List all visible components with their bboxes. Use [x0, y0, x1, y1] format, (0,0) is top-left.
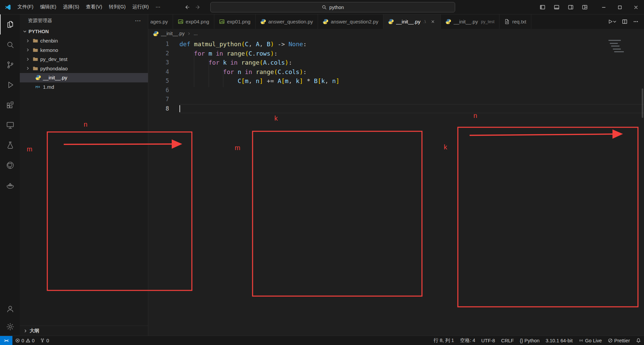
activity-github[interactable]: [0, 155, 20, 175]
code-line-3[interactable]: for k in range(A.cols):: [179, 58, 644, 67]
broadcast-icon: [579, 338, 584, 343]
code-line-1[interactable]: def matmul_python(C, A, B) -> None:: [179, 40, 644, 49]
line-number-6[interactable]: 6: [148, 86, 169, 95]
activity-source-control[interactable]: [0, 55, 20, 75]
remote-indicator[interactable]: ><: [0, 336, 12, 345]
line-number-2[interactable]: 2: [148, 49, 169, 58]
customize-layout-icon[interactable]: [579, 2, 590, 12]
tab-init-py-6[interactable]: __init__.pypy_test: [441, 14, 499, 29]
activity-run-debug[interactable]: [0, 75, 20, 95]
split-editor-icon[interactable]: [622, 19, 628, 24]
line-number-3[interactable]: 3: [148, 58, 169, 67]
toggle-panel-icon[interactable]: [551, 2, 562, 12]
python-icon: [260, 19, 266, 24]
status-8-1[interactable]: 行 8, 列 1: [430, 336, 457, 345]
menu-f[interactable]: 文件(F): [14, 2, 37, 12]
editor-actions: [602, 14, 644, 29]
tree-item-pythondalao[interactable]: pythondalao: [20, 64, 148, 73]
breadcrumb-symbol[interactable]: ...: [194, 31, 198, 36]
ports-count: 0: [46, 338, 49, 343]
code-line-7[interactable]: [179, 95, 644, 104]
breadcrumb-file[interactable]: __init__.py: [161, 31, 184, 36]
explorer-more-actions-icon[interactable]: ⋯: [133, 17, 143, 24]
code-content[interactable]: def matmul_python(C, A, B) -> None: for …: [179, 40, 644, 113]
vscode-window: 文件(F)编辑(E)选择(S)查看(V)转到(G)运行(R)⋯ python 资…: [0, 0, 644, 345]
line-number-7[interactable]: 7: [148, 95, 169, 104]
code-line-8[interactable]: [179, 104, 644, 114]
tree-item-py-dev-test[interactable]: py_dev_test: [20, 55, 148, 64]
code-line-6[interactable]: [179, 86, 644, 95]
tab-exp04-png-1[interactable]: exp04.png: [173, 14, 214, 29]
forwarded-ports[interactable]: 0: [37, 336, 52, 345]
tree-item-1-md[interactable]: 1.md: [20, 82, 148, 92]
activity-settings[interactable]: [0, 318, 20, 336]
command-center-search[interactable]: python: [210, 2, 455, 12]
status-4[interactable]: 空格: 4: [457, 336, 478, 345]
code-line-4[interactable]: for n in range(C.cols):: [179, 67, 644, 77]
status-utf-8[interactable]: UTF-8: [478, 336, 498, 345]
menu-r[interactable]: 运行(R): [129, 2, 152, 12]
status-bell[interactable]: [633, 336, 644, 345]
menu-e[interactable]: 编辑(E): [37, 2, 60, 12]
tab-ages-py-0[interactable]: ages.py: [148, 14, 173, 29]
line-number-5[interactable]: 5: [148, 76, 169, 86]
run-python-file-icon[interactable]: [608, 19, 616, 24]
toggle-secondary-sidebar-icon[interactable]: [565, 2, 576, 12]
more-actions-icon[interactable]: [633, 19, 639, 24]
activity-explorer[interactable]: [0, 14, 20, 34]
tab-label: __init__.py: [453, 19, 478, 24]
text-cursor: [179, 105, 180, 112]
tree-item-label: 1.md: [43, 84, 54, 90]
search-icon: [6, 40, 15, 49]
activity-extensions[interactable]: [0, 95, 20, 115]
code-editor[interactable]: 12345678 def matmul_python(C, A, B) -> N…: [148, 38, 644, 336]
outline-section-header[interactable]: 大纲: [20, 326, 148, 336]
tab-exp01-png-2[interactable]: exp01.png: [214, 14, 256, 29]
activity-search[interactable]: [0, 34, 20, 55]
tree-item-kemono[interactable]: kemono: [20, 46, 148, 55]
python-icon: [445, 19, 451, 24]
line-number-1[interactable]: 1: [148, 40, 169, 49]
toggle-sidebar-icon[interactable]: [537, 2, 548, 12]
status-bar: >< 0 0 0 行 8, 列 1空格: 4UTF-8CRLF{} Python…: [0, 336, 644, 345]
back-arrow-button[interactable]: [184, 4, 190, 10]
status-go-live[interactable]: Go Live: [576, 336, 605, 345]
workspace-section-header[interactable]: PYTHON: [20, 27, 148, 36]
window-controls: [596, 0, 644, 14]
tree-item-chenbin[interactable]: chenbin: [20, 36, 148, 46]
status-3-10-1-64-bit[interactable]: 3.10.1 64-bit: [543, 336, 576, 345]
minimize-icon[interactable]: [596, 0, 612, 14]
maximize-icon[interactable]: [612, 0, 628, 14]
python-icon: [323, 19, 328, 24]
activity-testing[interactable]: [0, 135, 20, 155]
menu-s[interactable]: 选择(S): [60, 2, 83, 12]
chevron-down-icon: [22, 29, 27, 34]
activity-docker[interactable]: [0, 175, 20, 195]
activity-remote-explorer[interactable]: [0, 115, 20, 135]
vertical-scrollbar[interactable]: [642, 88, 643, 118]
status-crlf[interactable]: CRLF: [498, 336, 517, 345]
tabs-container: ages.pyexp04.pngexp01.pnganswer_question…: [148, 14, 531, 29]
extensions-icon: [6, 100, 15, 110]
menu-more[interactable]: ⋯: [152, 2, 164, 12]
menu-g[interactable]: 转到(G): [106, 2, 129, 12]
status-prettier[interactable]: Prettier: [605, 336, 633, 345]
tab-req-txt-7[interactable]: req.txt: [499, 14, 531, 29]
problems-indicator[interactable]: 0 0: [12, 336, 37, 345]
close-tab-icon[interactable]: [430, 19, 436, 24]
menu-v[interactable]: 查看(V): [83, 2, 105, 12]
activity-accounts[interactable]: [0, 299, 20, 318]
status-python[interactable]: {} Python: [517, 336, 543, 345]
tree-item-init-py[interactable]: __init__.py: [20, 73, 148, 82]
tab-answer-question-py-3[interactable]: answer_question.py: [256, 14, 318, 29]
forward-arrow-button[interactable]: [195, 4, 201, 10]
code-line-5[interactable]: C[m, n] += A[m, k] * B[k, n]: [179, 76, 644, 86]
tab-label: exp04.png: [186, 19, 209, 24]
minimap[interactable]: [608, 40, 639, 54]
tab-answer-question2-py-4[interactable]: answer_question2.py: [318, 14, 383, 29]
tab-init-py-5[interactable]: __init__.py.\: [383, 14, 441, 29]
line-number-8[interactable]: 8: [148, 104, 169, 114]
code-line-2[interactable]: for m in range(C.rows):: [179, 49, 644, 58]
close-window-icon[interactable]: [628, 0, 644, 14]
line-number-4[interactable]: 4: [148, 67, 169, 77]
